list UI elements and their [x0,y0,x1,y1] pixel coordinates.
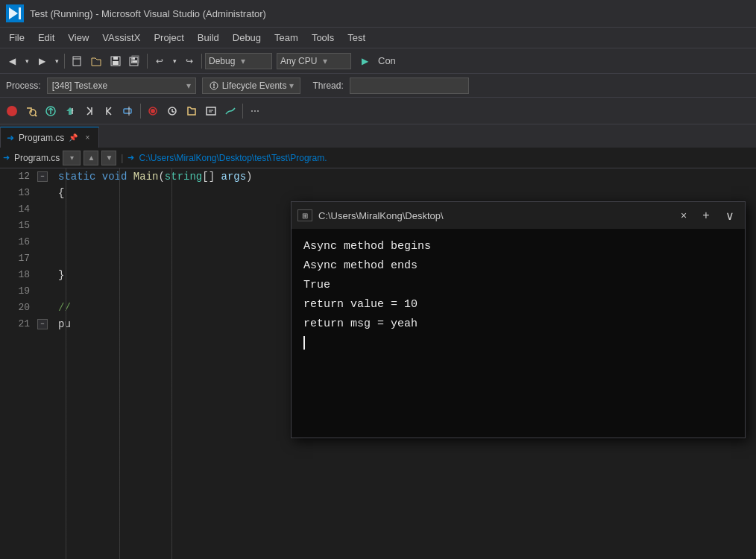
svg-rect-31 [207,107,215,115]
con-label: Con [378,55,396,66]
lifecycle-arrow: ▾ [289,80,294,91]
process-value: [348] Test.exe [52,80,108,91]
line-num-17: 17 [6,250,30,267]
line-num-12: 12 [6,168,30,185]
undo-button[interactable]: ↩ [151,52,168,70]
term-line-1: Async method begins [303,238,733,256]
menu-file[interactable]: File [3,29,31,47]
terminal-overlay: ⊞ C:\Users\MiralKong\Desktop\ × + ∨ Asyn… [291,201,746,438]
terminal-title: C:\Users\MiralKong\Desktop\ [318,210,670,221]
nav-file-dropdown[interactable]: ▾ [63,151,81,165]
nav-path-text: C:\Users\MiralKong\Desktop\test\Test\Pro… [139,153,327,163]
menu-edit[interactable]: Edit [32,29,60,47]
step-tool-2[interactable] [61,102,79,120]
new-file-button[interactable] [68,52,86,70]
thread-input[interactable] [350,78,469,94]
terminal-titlebar: ⊞ C:\Users\MiralKong\Desktop\ × + ∨ [292,202,745,229]
menu-project[interactable]: Project [148,29,189,47]
terminal-icon: ⊞ [297,209,312,221]
open-file-button[interactable] [87,52,105,70]
output-tool[interactable] [202,102,220,120]
step-tool-4[interactable] [100,102,118,120]
cpu-config-arrow: ▾ [323,56,327,66]
save-button[interactable] [107,52,125,70]
nav-bar: ➜ Program.cs ▾ ▲ ▼ | ➜ C:\Users\MiralKon… [0,148,756,168]
nav-arrow-icon: ➜ [3,153,10,162]
more-tool[interactable]: ⋯ [246,102,264,120]
tab-arrow: ➜ [7,133,14,143]
tab-close-icon[interactable]: × [82,133,92,143]
debug-config-dropdown[interactable]: Debug ▾ [205,53,272,69]
line-numbers: 12 13 14 15 16 17 18 19 20 21 [0,168,36,559]
term-line-4: return value = 10 [303,296,733,314]
forward-button[interactable]: ▶ [33,52,51,70]
step-tool-1[interactable] [42,102,60,120]
menu-build[interactable]: Build [192,29,225,47]
term-line-5: return msg = yeah [303,315,733,333]
guide-line-2 [119,168,120,559]
show-diagnostics-button[interactable] [22,102,40,120]
kw-static: static [58,168,102,185]
terminal-close-button[interactable]: × [676,208,691,223]
back-button[interactable]: ◀ [3,52,21,70]
tab-pin-icon[interactable]: 📌 [69,133,78,142]
debug-process-toolbar: Process: [348] Test.exe ▾ Lifecycle Even… [0,73,756,97]
terminal-body[interactable]: Async method begins Async method ends Tr… [292,229,745,438]
title-bar: Test (Running) - Microsoft Visual Studio… [0,0,756,27]
terminal-dropdown-button[interactable]: ∨ [721,206,739,224]
watch-tool[interactable] [163,102,181,120]
collapse-btn-12[interactable]: − [37,171,48,182]
menu-vassistx[interactable]: VAssistX [96,29,146,47]
svg-rect-5 [113,57,118,60]
cpu-config-dropdown[interactable]: Any CPU ▾ [277,53,351,69]
terminal-add-button[interactable]: + [697,206,715,224]
run-button[interactable]: ▶ [356,52,374,70]
locals-tool[interactable] [183,102,201,120]
nav-separator: | [121,153,123,163]
line-num-19: 19 [6,283,30,300]
menu-view[interactable]: View [62,29,95,47]
thread-label: Thread: [312,80,343,91]
cpu-config-label: Any CPU [280,56,317,66]
collapse-btn-21[interactable]: − [37,319,48,329]
line-num-13: 13 [6,185,30,201]
breakpoint-tool[interactable] [119,102,137,120]
nav-filename: Program.cs [14,153,60,163]
nav-path-arrow: ➜ [127,153,134,162]
vs-logo [6,4,24,22]
debug-toolbar-sep-2 [242,104,243,119]
debug-config-arrow: ▾ [241,56,245,66]
svg-line-16 [35,115,37,116]
back-dropdown[interactable]: ▾ [22,52,31,70]
debug-step-toolbar: ⋯ [0,97,756,124]
menu-tools[interactable]: Tools [306,29,340,47]
svg-point-15 [30,110,36,116]
title-text: Test (Running) - Microsoft Visual Studio… [30,8,266,19]
stop-debug-button[interactable] [3,102,21,120]
program-cs-tab[interactable]: ➜ Program.cs 📌 × [0,127,99,148]
nav-scroll-down[interactable]: ▼ [101,151,116,165]
breakpoints-tool[interactable] [144,102,162,120]
brace-close: } [58,267,64,283]
editor-area: 12 13 14 15 16 17 18 19 20 21 − − static… [0,168,756,559]
menu-debug[interactable]: Debug [227,29,267,47]
redo-button[interactable]: ↪ [180,52,198,70]
menu-test[interactable]: Test [341,29,371,47]
process-dropdown[interactable]: [348] Test.exe ▾ [47,78,196,94]
code-21: pu [58,316,71,332]
line-num-15: 15 [6,218,30,234]
code-line-13: { [58,185,750,201]
menu-team[interactable]: Team [268,29,304,47]
nav-scroll-up[interactable]: ▲ [84,151,98,165]
term-line-2: Async method ends [303,257,733,275]
gutter: − − [36,168,52,559]
lifecycle-events-button[interactable]: Lifecycle Events ▾ [202,78,301,94]
forward-dropdown[interactable]: ▾ [52,52,61,70]
undo-dropdown[interactable]: ▾ [170,52,179,70]
step-tool-3[interactable] [81,102,98,120]
perf-tool[interactable] [221,102,239,120]
save-all-button[interactable] [126,52,144,70]
guide-line-3 [171,168,172,559]
main-toolbar: ◀ ▾ ▶ ▾ ↩ ▾ ↪ Debug ▾ Any CPU ▾ ▶ Con [0,48,756,73]
comment-20: // [58,300,71,316]
